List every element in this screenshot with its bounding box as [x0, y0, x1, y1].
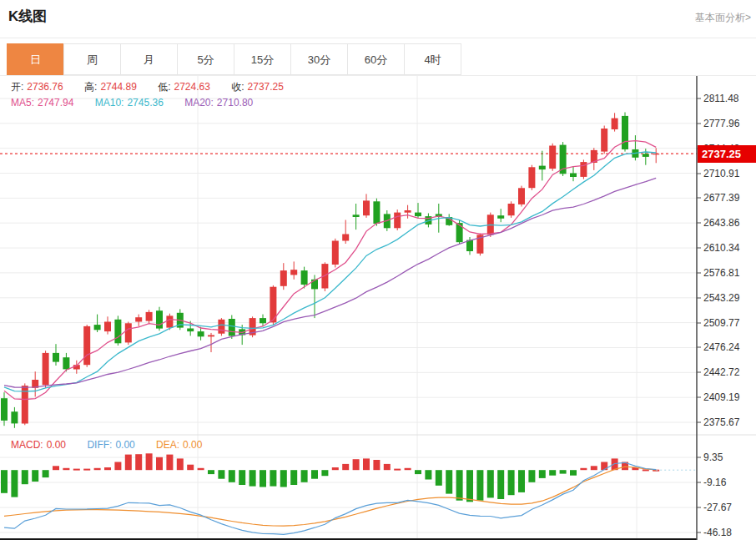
macd-bar	[342, 464, 349, 470]
candle-body	[612, 119, 618, 129]
macd-bar	[466, 470, 473, 502]
price-axis-label: 2543.29	[703, 292, 740, 304]
macd-bar	[260, 470, 266, 487]
candle-body	[114, 320, 121, 344]
candle-body	[43, 353, 49, 385]
candle-body	[549, 146, 556, 169]
macd-axis-label: -27.67	[703, 502, 732, 513]
macd-bar	[1, 470, 8, 493]
candle-body	[539, 166, 546, 170]
candle-body	[11, 411, 18, 423]
tab-15分[interactable]: 15分	[234, 43, 291, 75]
diff-line	[4, 462, 656, 534]
high-label: 高:	[84, 81, 97, 93]
macd-bar	[425, 470, 431, 479]
macd-bar	[22, 470, 28, 484]
candle-body	[363, 200, 370, 215]
dea-value: 0.00	[183, 439, 202, 451]
price-axis-label: 2610.34	[703, 242, 740, 254]
macd-axis-label: -46.18	[703, 527, 732, 538]
fundamental-analysis-link[interactable]: 基本面分析>	[695, 11, 751, 25]
tab-月[interactable]: 月	[120, 43, 178, 75]
price-axis-label: 2442.72	[703, 366, 740, 378]
macd-bar	[63, 468, 69, 470]
tab-周[interactable]: 周	[63, 43, 121, 75]
diff-value: 0.00	[115, 439, 134, 451]
candle-body	[280, 270, 287, 286]
candle-body	[135, 317, 142, 321]
macd-bar	[518, 470, 525, 492]
macd-bar	[177, 458, 184, 470]
candle-body	[125, 323, 132, 342]
dea-label: DEA:	[156, 439, 179, 451]
candle-body	[187, 329, 194, 332]
macd-bar	[580, 468, 587, 470]
macd-bar	[135, 454, 142, 470]
macd-bar	[384, 464, 391, 470]
tab-日[interactable]: 日	[7, 43, 64, 75]
macd-bar	[436, 470, 442, 486]
macd-bar	[94, 468, 101, 470]
kline-app: 2811.482777.962744.432710.912677.392643.…	[0, 0, 756, 545]
macd-axis-label: -9.16	[703, 477, 727, 488]
close-label: 收:	[231, 81, 244, 93]
candle-body	[104, 322, 111, 332]
macd-axis-label: 9.35	[703, 452, 723, 463]
tab-4时[interactable]: 4时	[404, 43, 461, 75]
ma5-label: MA5:	[11, 97, 34, 108]
candle-body	[83, 326, 90, 365]
candle-body	[166, 315, 173, 327]
open-label: 开:	[11, 81, 23, 93]
candle-body	[518, 188, 525, 204]
price-axis-label: 2509.77	[703, 317, 740, 329]
candle-body	[528, 167, 535, 188]
ma20-line	[4, 178, 656, 387]
macd-bar	[11, 470, 18, 497]
candle-body	[601, 129, 607, 152]
macd-bar	[321, 470, 328, 476]
macd-bar	[508, 470, 515, 495]
macd-bar	[332, 467, 339, 470]
candle-body	[208, 336, 214, 337]
candle-body	[311, 280, 318, 290]
low-value: 2724.63	[174, 81, 210, 93]
macd-bar	[114, 462, 121, 471]
tab-60分[interactable]: 60分	[347, 43, 405, 75]
price-axis-label: 2643.86	[703, 217, 740, 229]
macd-bar	[239, 470, 245, 485]
ma20-label: MA20:	[184, 97, 214, 108]
macd-bar	[249, 470, 256, 486]
macd-bar	[353, 459, 360, 470]
macd-bar	[549, 470, 556, 476]
candle-body	[394, 213, 401, 229]
candle-body	[405, 210, 411, 213]
candle-body	[94, 325, 101, 330]
macd-bar	[290, 470, 297, 485]
macd-bar	[104, 467, 111, 470]
candle-body	[560, 145, 567, 174]
tabbar-bottom-border	[0, 75, 756, 76]
title-separator	[0, 38, 756, 38]
candle-body	[570, 174, 577, 178]
macd-bar	[73, 469, 80, 471]
tab-5分[interactable]: 5分	[177, 43, 234, 75]
macd-bar	[405, 468, 411, 470]
candle-body	[415, 213, 421, 217]
macd-bar	[83, 469, 90, 471]
candle-body	[53, 353, 59, 362]
candle-body	[353, 214, 360, 217]
candle-body	[156, 310, 163, 328]
tab-30分[interactable]: 30分	[290, 43, 348, 75]
macd-bar	[560, 470, 567, 473]
macd-bar	[270, 470, 276, 486]
macd-label: MACD:	[11, 439, 43, 451]
low-label: 低:	[158, 81, 170, 93]
candle-body	[332, 241, 339, 265]
ma20-value: 2710.80	[217, 97, 253, 108]
last-price-label: 2737.25	[698, 145, 756, 163]
candle-body	[290, 270, 297, 275]
macd-bar	[125, 455, 132, 471]
macd-bar	[570, 470, 577, 476]
macd-value: 0.00	[47, 439, 66, 451]
candle-body	[218, 320, 224, 334]
